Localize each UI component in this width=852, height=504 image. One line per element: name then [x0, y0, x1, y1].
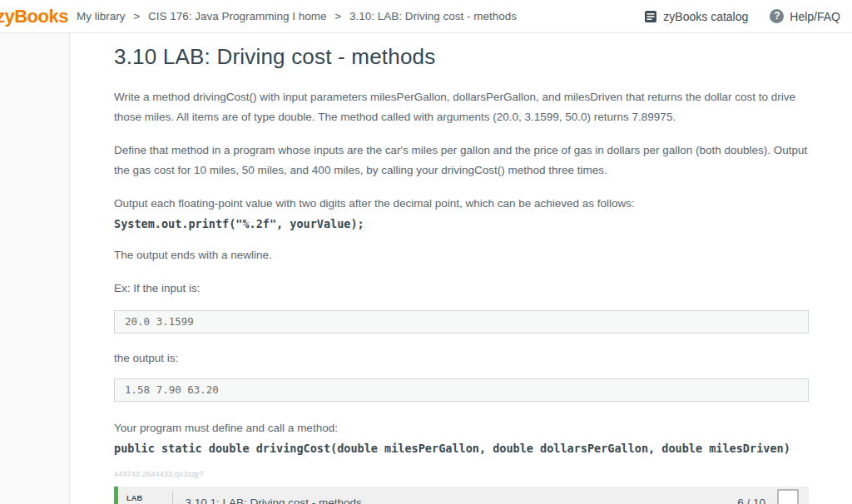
example-input-label: Ex: If the input is: [114, 279, 809, 299]
lab-activity-bar: LAB ACTIVITY 3.10.1: LAB: Driving cost -… [114, 487, 809, 504]
left-rail [0, 33, 70, 504]
lab-badge-line1: LAB [126, 494, 162, 503]
zybooks-catalog-link[interactable]: zyBooks catalog [644, 10, 748, 23]
breadcrumb-separator: > [334, 10, 341, 22]
breadcrumb-separator: > [133, 10, 140, 22]
method-requirement-text: Your program must define and call a meth… [114, 422, 338, 434]
top-header: zyBooks My library > CIS 176: Java Progr… [0, 0, 852, 33]
printf-code-sample: System.out.printf("%.2f", yourValue); [114, 215, 809, 232]
lab-bar-divider [172, 491, 173, 504]
catalog-book-icon [644, 10, 657, 23]
watermark-text: 444740.2644432.qx3zqy7 [114, 470, 809, 478]
method-signature-code: public static double drivingCost(double … [114, 440, 809, 457]
paragraph-newline-note: The output ends with a newline. [114, 245, 809, 265]
lab-activity-title: 3.10.1: LAB: Driving cost - methods [185, 497, 361, 504]
lab-activity-score: 6 / 10 [737, 497, 765, 504]
breadcrumb-current-section: 3.10: LAB: Driving cost - methods [349, 10, 517, 22]
example-output-label: the output is: [114, 348, 809, 368]
page-title: 3.10 LAB: Driving cost - methods [114, 44, 809, 70]
example-output-box: 1.58 7.90 63.20 [114, 378, 809, 402]
help-label: Help/FAQ [790, 10, 840, 23]
format-note-text: Output each floating-point value with tw… [114, 197, 635, 210]
header-actions: zyBooks catalog ? Help/FAQ [644, 9, 840, 23]
paragraph-method-requirement: Your program must define and call a meth… [114, 418, 809, 457]
breadcrumb-course-home[interactable]: CIS 176: Java Programming I home [148, 10, 327, 22]
question-mark-icon: ? [770, 9, 784, 23]
catalog-label: zyBooks catalog [663, 10, 748, 23]
breadcrumb: My library > CIS 176: Java Programming I… [77, 10, 517, 22]
paragraph-method-description: Write a method drivingCost() with input … [114, 87, 809, 127]
breadcrumb-my-library[interactable]: My library [77, 10, 126, 22]
main-content: 3.10 LAB: Driving cost - methods Write a… [70, 33, 852, 504]
lab-activity-badge: LAB ACTIVITY [118, 494, 172, 504]
paragraph-format-note: Output each floating-point value with tw… [114, 194, 809, 232]
completion-shield-icon [775, 487, 800, 504]
paragraph-program-description: Define that method in a program whose in… [114, 141, 809, 180]
help-faq-link[interactable]: ? Help/FAQ [770, 9, 840, 23]
zybooks-logo[interactable]: zyBooks [0, 6, 68, 27]
example-input-box: 20.0 3.1599 [114, 310, 809, 334]
